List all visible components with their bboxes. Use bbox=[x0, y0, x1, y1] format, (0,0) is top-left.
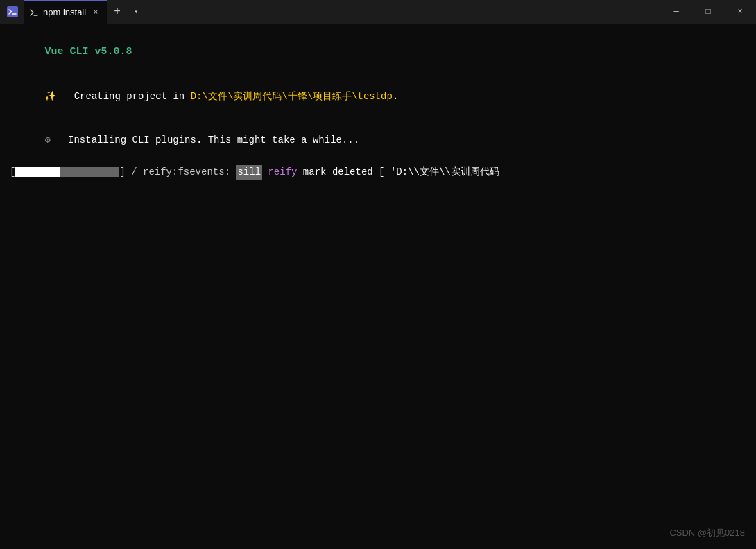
add-tab-button[interactable]: + bbox=[107, 0, 128, 24]
svg-rect-0 bbox=[7, 6, 18, 17]
creating-project-text: Creating project in bbox=[62, 91, 191, 102]
vue-cli-version-line: Vue CLI v5.0.8 bbox=[10, 30, 746, 75]
project-path: D:\文件\实训周代码\千锋\项目练手\testdp bbox=[191, 91, 393, 102]
bracket-open: [ bbox=[10, 165, 15, 180]
vue-cli-title: Vue CLI v5.0.8 bbox=[44, 46, 132, 58]
tab-dropdown-button[interactable]: ▾ bbox=[128, 0, 144, 24]
maximize-button[interactable]: □ bbox=[692, 0, 724, 24]
tab-area: npm install × + ▾ bbox=[0, 0, 660, 24]
installing-text: Installing CLI plugins. This might take … bbox=[56, 134, 342, 146]
title-bar: npm install × + ▾ ─ □ × bbox=[0, 0, 756, 24]
gear-icon: ⚙ bbox=[44, 134, 56, 146]
line2-suffix: . bbox=[393, 91, 398, 102]
close-window-button[interactable]: × bbox=[724, 0, 756, 24]
progress-filled-bar bbox=[15, 167, 60, 177]
tab-terminal-icon bbox=[29, 8, 39, 17]
bracket-close-text: ] / reify:fsevents: bbox=[119, 165, 236, 180]
sparkle-icon: ✨ bbox=[44, 91, 62, 102]
sill-keyword: sill bbox=[236, 165, 262, 180]
installing-plugins-line: ⚙ Installing CLI plugins. This might tak… bbox=[10, 119, 746, 162]
space-before-reify bbox=[262, 165, 268, 180]
terminal-brand-icon bbox=[7, 6, 18, 17]
terminal-content: Vue CLI v5.0.8 ✨ Creating project in D:\… bbox=[0, 24, 756, 549]
progress-line: [ ] / reify:fsevents: sill reify mark de… bbox=[10, 165, 746, 180]
watermark: CSDN @初见0218 bbox=[669, 527, 745, 539]
terminal-window: npm install × + ▾ ─ □ × Vue CLI v5.0.8 ✨… bbox=[0, 0, 756, 549]
reify-keyword: reify bbox=[268, 165, 297, 180]
active-tab[interactable]: npm install × bbox=[24, 0, 107, 24]
tab-icon-area bbox=[0, 0, 24, 24]
progress-empty-bar bbox=[60, 167, 119, 177]
minimize-button[interactable]: ─ bbox=[660, 0, 692, 24]
tab-close-button[interactable]: × bbox=[90, 7, 101, 18]
tab-title: npm install bbox=[43, 7, 86, 17]
mark-deleted-text: mark deleted [ 'D:\\文件\\实训周代码 bbox=[297, 165, 499, 180]
creating-project-line: ✨ Creating project in D:\文件\实训周代码\千锋\项目练… bbox=[10, 75, 746, 119]
window-controls: ─ □ × bbox=[660, 0, 756, 24]
ellipsis: ... bbox=[342, 134, 359, 146]
